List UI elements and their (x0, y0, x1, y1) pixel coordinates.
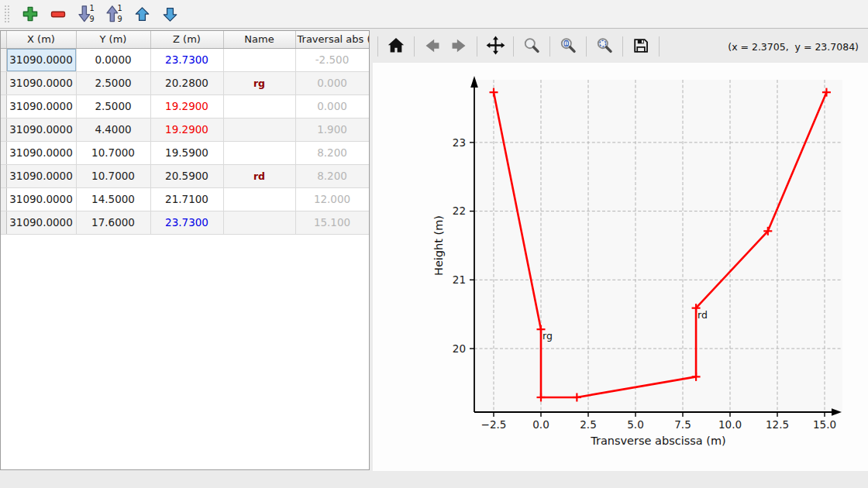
cell-name[interactable]: rd (223, 164, 295, 187)
svg-text:9: 9 (117, 15, 122, 23)
zoom-one-button[interactable]: 1 (556, 35, 580, 58)
zoom-one-magnifier-icon: 1 (558, 36, 578, 58)
sort-descending-button[interactable]: 19 (103, 3, 125, 25)
remove-icon (49, 5, 67, 23)
move-up-button[interactable] (131, 3, 153, 25)
cross-section-chart[interactable]: −2.50.02.55.07.510.012.515.020212223Tran… (373, 63, 868, 471)
add-point-button[interactable] (19, 3, 41, 25)
cell-z[interactable]: 19.2900 (150, 95, 223, 118)
x-tick-label: 2.5 (580, 418, 596, 431)
column-header-y[interactable]: Y (m) (76, 31, 150, 48)
svg-text:1: 1 (89, 4, 94, 12)
cell-x[interactable]: 31090.0000 (6, 187, 76, 211)
cell-traversal-abs[interactable]: 0.000 (295, 95, 369, 118)
toolbar-separator (549, 36, 550, 57)
remove-point-button[interactable] (47, 3, 69, 25)
toolbar-drag-handle[interactable] (3, 4, 10, 24)
cell-z[interactable]: 19.5900 (150, 141, 223, 164)
cell-traversal-abs[interactable]: 12.000 (295, 187, 369, 211)
toolbar-separator (414, 36, 415, 57)
cell-z[interactable]: 20.2800 (150, 71, 223, 95)
home-button[interactable] (384, 35, 408, 58)
column-header-z[interactable]: Z (m) (150, 31, 223, 48)
table-row: 31090.00002.500019.29000.000 (1, 95, 369, 118)
cell-y[interactable]: 2.5000 (76, 95, 150, 118)
x-tick-label: 0.0 (532, 418, 549, 431)
row-selector-strip[interactable] (1, 48, 6, 71)
table-row: 31090.000014.500021.710012.000 (1, 187, 369, 211)
cell-name[interactable]: rg (223, 71, 295, 95)
cell-x[interactable]: 31090.0000 (6, 95, 76, 118)
cell-x[interactable]: 31090.0000 (6, 118, 76, 141)
cell-x[interactable]: 31090.0000 (6, 164, 76, 187)
row-selector-strip[interactable] (1, 118, 6, 141)
cell-traversal-abs[interactable]: 0.000 (295, 71, 369, 95)
toolbar-separator (659, 36, 660, 57)
save-figure-button[interactable] (629, 35, 653, 58)
cell-y[interactable]: 10.7000 (76, 141, 150, 164)
x-tick-label: 7.5 (674, 418, 691, 431)
cell-y[interactable]: 2.5000 (76, 71, 150, 95)
sort-ascending-button[interactable]: 19 (75, 3, 97, 25)
move-up-icon (133, 5, 151, 23)
table-row: 31090.000017.600023.730015.100 (1, 211, 369, 234)
cell-name[interactable] (223, 187, 295, 211)
row-selector-strip[interactable] (1, 187, 6, 211)
back-button[interactable] (421, 35, 444, 58)
cell-name[interactable] (223, 118, 295, 141)
column-header-abs[interactable]: Traversal abs (m) (295, 31, 369, 48)
cell-x[interactable]: 31090.0000 (6, 211, 76, 234)
pan-move-icon (485, 35, 506, 58)
row-selector-strip[interactable] (1, 71, 6, 95)
forward-button[interactable] (447, 35, 470, 58)
column-header-x[interactable]: X (m) (6, 31, 76, 48)
cell-z[interactable]: 23.7300 (150, 48, 223, 71)
cell-name[interactable] (223, 211, 295, 234)
table-row: 31090.000010.700020.5900rd8.200 (1, 164, 369, 187)
cell-z[interactable]: 20.5900 (150, 164, 223, 187)
cell-y[interactable]: 14.5000 (76, 187, 150, 211)
zoom-rect-button[interactable] (520, 35, 543, 58)
home-icon (386, 36, 406, 58)
save-icon (631, 36, 651, 58)
svg-text:1: 1 (564, 40, 568, 47)
y-axis-label: Height (m) (432, 215, 445, 276)
zoom-fit-button[interactable] (593, 35, 616, 58)
cell-z[interactable]: 19.2900 (150, 118, 223, 141)
cell-name[interactable] (223, 95, 295, 118)
cell-z[interactable]: 21.7100 (150, 187, 223, 211)
cell-x[interactable]: 31090.0000 (6, 48, 76, 71)
cell-y[interactable]: 4.4000 (76, 118, 150, 141)
pan-button[interactable] (484, 35, 507, 58)
cell-traversal-abs[interactable]: 8.200 (295, 164, 369, 187)
row-selector-strip[interactable] (1, 95, 6, 118)
cell-traversal-abs[interactable]: 8.200 (295, 141, 369, 164)
table-row: 31090.000010.700019.59008.200 (1, 141, 369, 164)
cell-y[interactable]: 10.7000 (76, 164, 150, 187)
row-selector-strip[interactable] (1, 141, 6, 164)
cell-traversal-abs[interactable]: 15.100 (295, 211, 369, 234)
svg-text:1: 1 (117, 4, 122, 12)
cell-z[interactable]: 23.7300 (150, 211, 223, 234)
cell-x[interactable]: 31090.0000 (6, 141, 76, 164)
cell-traversal-abs[interactable]: 1.900 (295, 118, 369, 141)
cell-y[interactable]: 0.0000 (76, 48, 150, 71)
cell-traversal-abs[interactable]: -2.500 (295, 48, 369, 71)
cursor-coordinates-readout: (x = 2.3705, y = 23.7084) (728, 41, 868, 53)
points-table: X (m)Y (m)Z (m)NameTraversal abs (m) 310… (1, 31, 370, 235)
sort-descending-icon: 19 (104, 4, 124, 24)
cell-name[interactable] (223, 48, 295, 71)
column-header-name[interactable]: Name (223, 31, 295, 48)
row-selector-strip[interactable] (1, 211, 6, 234)
figure-canvas[interactable]: −2.50.02.55.07.510.012.515.020212223Tran… (373, 63, 868, 471)
point-annotation: rg (542, 330, 553, 342)
move-down-icon (161, 5, 179, 23)
cell-y[interactable]: 17.6000 (76, 211, 150, 234)
top-toolbar: 1919 (0, 0, 868, 29)
cell-x[interactable]: 31090.0000 (6, 71, 76, 95)
x-tick-label: 10.0 (718, 418, 742, 431)
cell-name[interactable] (223, 141, 295, 164)
y-tick-label: 22 (453, 204, 466, 217)
move-down-button[interactable] (159, 3, 181, 25)
row-selector-strip[interactable] (1, 164, 6, 187)
